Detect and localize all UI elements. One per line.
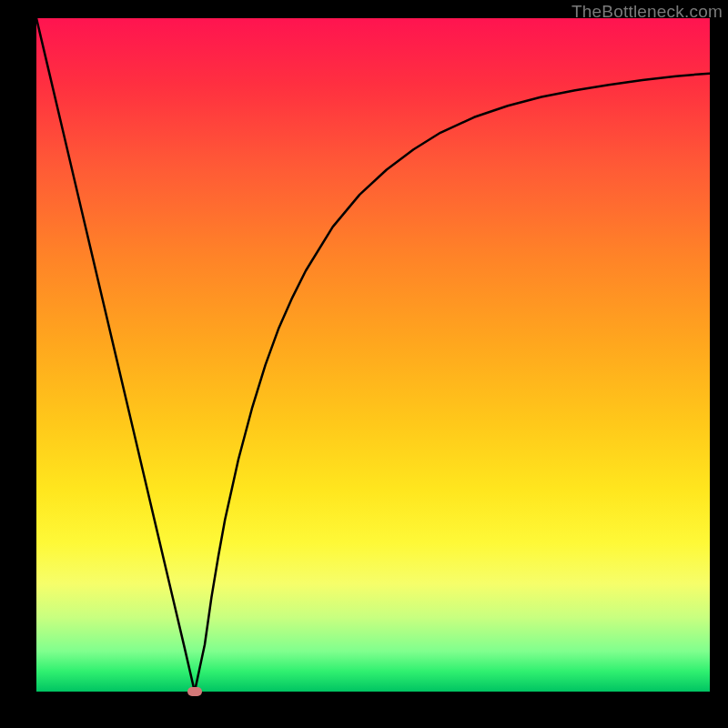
minimum-marker — [187, 687, 202, 696]
chart-frame: TheBottleneck.com — [0, 0, 728, 728]
attribution-label: TheBottleneck.com — [571, 2, 723, 22]
bottleneck-curve — [36, 18, 710, 692]
curve-svg — [36, 18, 710, 692]
plot-area — [36, 18, 710, 692]
